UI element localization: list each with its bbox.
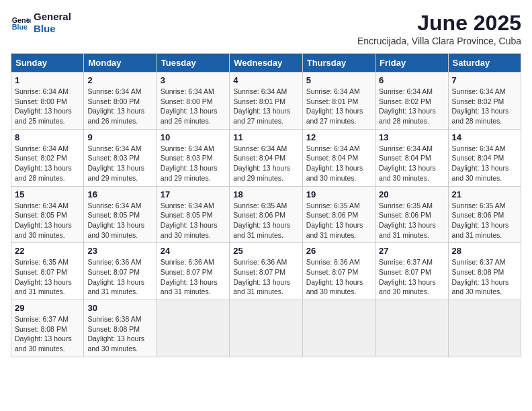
day-number: 9 xyxy=(87,132,152,142)
calendar-title: June 2025 xyxy=(357,11,521,36)
day-info: Sunrise: 6:35 AMSunset: 8:06 PMDaylight:… xyxy=(306,201,371,240)
day-number: 13 xyxy=(379,132,444,142)
day-info: Sunrise: 6:34 AMSunset: 8:01 PMDaylight:… xyxy=(233,87,298,126)
day-info: Sunrise: 6:34 AMSunset: 8:02 PMDaylight:… xyxy=(379,87,444,126)
table-row: 20Sunrise: 6:35 AMSunset: 8:06 PMDayligh… xyxy=(375,186,448,243)
day-number: 17 xyxy=(161,189,226,199)
day-number: 20 xyxy=(379,189,444,199)
table-row xyxy=(157,300,229,357)
day-info: Sunrise: 6:36 AMSunset: 8:07 PMDaylight:… xyxy=(233,257,298,297)
table-row: 23Sunrise: 6:36 AMSunset: 8:07 PMDayligh… xyxy=(84,243,157,300)
day-info: Sunrise: 6:34 AMSunset: 8:02 PMDaylight:… xyxy=(452,87,517,126)
day-number: 28 xyxy=(452,246,517,256)
day-info: Sunrise: 6:34 AMSunset: 8:05 PMDaylight:… xyxy=(161,201,226,240)
logo-line1: General xyxy=(34,11,71,23)
table-row: 4Sunrise: 6:34 AMSunset: 8:01 PMDaylight… xyxy=(230,73,302,130)
page-header: General Blue General Blue June 2025 Encr… xyxy=(11,11,521,46)
table-row xyxy=(302,300,375,357)
day-number: 24 xyxy=(161,246,226,256)
day-number: 10 xyxy=(161,132,226,142)
day-info: Sunrise: 6:38 AMSunset: 8:08 PMDaylight:… xyxy=(87,314,152,354)
table-row: 13Sunrise: 6:34 AMSunset: 8:04 PMDayligh… xyxy=(375,129,448,186)
table-row: 2Sunrise: 6:34 AMSunset: 8:00 PMDaylight… xyxy=(84,73,157,130)
day-number: 3 xyxy=(161,75,226,85)
day-info: Sunrise: 6:36 AMSunset: 8:07 PMDaylight:… xyxy=(306,257,371,297)
calendar-header-row: Sunday Monday Tuesday Wednesday Thursday… xyxy=(11,54,521,73)
table-row: 28Sunrise: 6:37 AMSunset: 8:08 PMDayligh… xyxy=(448,243,521,300)
table-row: 12Sunrise: 6:34 AMSunset: 8:04 PMDayligh… xyxy=(302,129,375,186)
header-tuesday: Tuesday xyxy=(157,54,229,73)
table-row: 30Sunrise: 6:38 AMSunset: 8:08 PMDayligh… xyxy=(84,300,157,357)
table-row: 5Sunrise: 6:34 AMSunset: 8:01 PMDaylight… xyxy=(302,73,375,130)
day-number: 14 xyxy=(452,132,517,142)
logo: General Blue General Blue xyxy=(11,11,71,35)
day-info: Sunrise: 6:35 AMSunset: 8:06 PMDaylight:… xyxy=(452,201,517,240)
day-info: Sunrise: 6:36 AMSunset: 8:07 PMDaylight:… xyxy=(161,257,226,297)
day-number: 15 xyxy=(15,189,80,199)
day-info: Sunrise: 6:34 AMSunset: 8:03 PMDaylight:… xyxy=(87,144,152,183)
day-info: Sunrise: 6:34 AMSunset: 8:03 PMDaylight:… xyxy=(161,144,226,183)
table-row: 11Sunrise: 6:34 AMSunset: 8:04 PMDayligh… xyxy=(230,129,302,186)
table-row: 19Sunrise: 6:35 AMSunset: 8:06 PMDayligh… xyxy=(302,186,375,243)
header-sunday: Sunday xyxy=(11,54,84,73)
title-block: June 2025 Encrucijada, Villa Clara Provi… xyxy=(357,11,521,46)
day-number: 30 xyxy=(87,303,152,313)
table-row: 29Sunrise: 6:37 AMSunset: 8:08 PMDayligh… xyxy=(11,300,84,357)
day-number: 4 xyxy=(233,75,298,85)
table-row: 24Sunrise: 6:36 AMSunset: 8:07 PMDayligh… xyxy=(157,243,229,300)
day-number: 21 xyxy=(452,189,517,199)
day-info: Sunrise: 6:37 AMSunset: 8:08 PMDaylight:… xyxy=(452,257,517,297)
table-row: 17Sunrise: 6:34 AMSunset: 8:05 PMDayligh… xyxy=(157,186,229,243)
header-monday: Monday xyxy=(84,54,157,73)
table-row xyxy=(448,300,521,357)
day-number: 22 xyxy=(15,246,80,256)
day-info: Sunrise: 6:34 AMSunset: 8:00 PMDaylight:… xyxy=(87,87,152,126)
table-row: 1Sunrise: 6:34 AMSunset: 8:00 PMDaylight… xyxy=(11,73,84,130)
day-info: Sunrise: 6:34 AMSunset: 8:04 PMDaylight:… xyxy=(452,144,517,183)
day-info: Sunrise: 6:34 AMSunset: 8:00 PMDaylight:… xyxy=(15,87,80,126)
day-info: Sunrise: 6:35 AMSunset: 8:07 PMDaylight:… xyxy=(15,257,80,297)
day-number: 29 xyxy=(15,303,80,313)
header-wednesday: Wednesday xyxy=(230,54,302,73)
day-info: Sunrise: 6:36 AMSunset: 8:07 PMDaylight:… xyxy=(87,257,152,297)
svg-text:Blue: Blue xyxy=(12,23,28,31)
day-info: Sunrise: 6:34 AMSunset: 8:04 PMDaylight:… xyxy=(233,144,298,183)
day-info: Sunrise: 6:35 AMSunset: 8:06 PMDaylight:… xyxy=(379,201,444,240)
logo-line2: Blue xyxy=(34,23,71,35)
day-info: Sunrise: 6:34 AMSunset: 8:02 PMDaylight:… xyxy=(15,144,80,183)
calendar-table: Sunday Monday Tuesday Wednesday Thursday… xyxy=(11,53,521,357)
day-number: 6 xyxy=(379,75,444,85)
table-row: 9Sunrise: 6:34 AMSunset: 8:03 PMDaylight… xyxy=(84,129,157,186)
day-number: 26 xyxy=(306,246,371,256)
day-number: 5 xyxy=(306,75,371,85)
table-row: 21Sunrise: 6:35 AMSunset: 8:06 PMDayligh… xyxy=(448,186,521,243)
day-number: 18 xyxy=(233,189,298,199)
table-row: 27Sunrise: 6:37 AMSunset: 8:07 PMDayligh… xyxy=(375,243,448,300)
logo-icon: General Blue xyxy=(11,13,31,33)
table-row: 14Sunrise: 6:34 AMSunset: 8:04 PMDayligh… xyxy=(448,129,521,186)
day-number: 1 xyxy=(15,75,80,85)
table-row xyxy=(230,300,302,357)
calendar-subtitle: Encrucijada, Villa Clara Province, Cuba xyxy=(357,36,521,46)
day-info: Sunrise: 6:34 AMSunset: 8:04 PMDaylight:… xyxy=(306,144,371,183)
day-number: 8 xyxy=(15,132,80,142)
day-number: 19 xyxy=(306,189,371,199)
table-row: 16Sunrise: 6:34 AMSunset: 8:05 PMDayligh… xyxy=(84,186,157,243)
table-row: 10Sunrise: 6:34 AMSunset: 8:03 PMDayligh… xyxy=(157,129,229,186)
table-row xyxy=(375,300,448,357)
table-row: 18Sunrise: 6:35 AMSunset: 8:06 PMDayligh… xyxy=(230,186,302,243)
table-row: 15Sunrise: 6:34 AMSunset: 8:05 PMDayligh… xyxy=(11,186,84,243)
day-number: 7 xyxy=(452,75,517,85)
header-saturday: Saturday xyxy=(448,54,521,73)
day-number: 23 xyxy=(87,246,152,256)
day-info: Sunrise: 6:34 AMSunset: 8:05 PMDaylight:… xyxy=(15,201,80,240)
table-row: 7Sunrise: 6:34 AMSunset: 8:02 PMDaylight… xyxy=(448,73,521,130)
table-row: 22Sunrise: 6:35 AMSunset: 8:07 PMDayligh… xyxy=(11,243,84,300)
day-number: 16 xyxy=(87,189,152,199)
day-info: Sunrise: 6:37 AMSunset: 8:07 PMDaylight:… xyxy=(379,257,444,297)
day-number: 2 xyxy=(87,75,152,85)
table-row: 25Sunrise: 6:36 AMSunset: 8:07 PMDayligh… xyxy=(230,243,302,300)
day-info: Sunrise: 6:34 AMSunset: 8:00 PMDaylight:… xyxy=(161,87,226,126)
table-row: 8Sunrise: 6:34 AMSunset: 8:02 PMDaylight… xyxy=(11,129,84,186)
day-info: Sunrise: 6:34 AMSunset: 8:05 PMDaylight:… xyxy=(87,201,152,240)
